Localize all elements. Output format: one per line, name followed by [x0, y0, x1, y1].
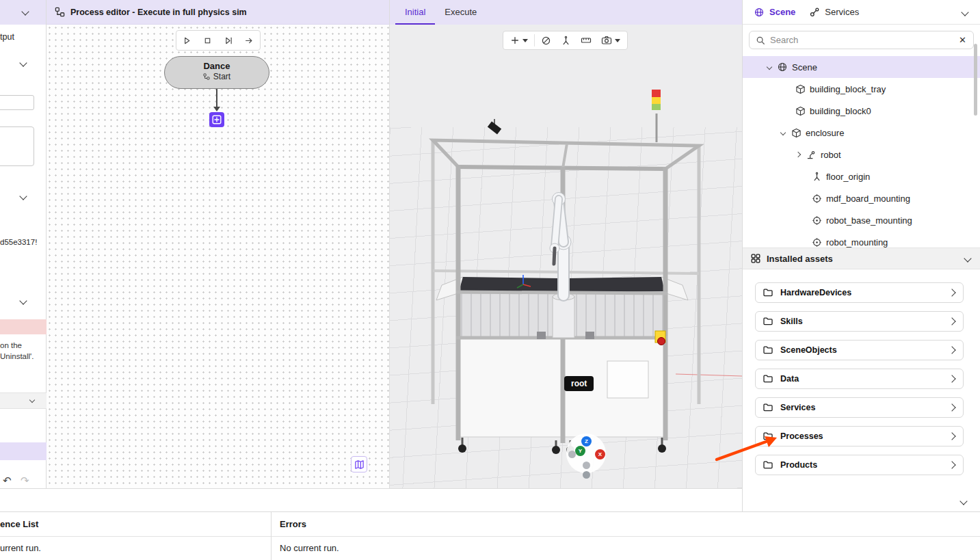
installed-assets-header[interactable]: Installed assets — [743, 248, 980, 269]
undo-button[interactable]: ↶ — [3, 475, 12, 487]
note-text: on the — [0, 341, 22, 349]
camera-view-button[interactable] — [596, 32, 625, 49]
tree-item-robot-base-mounting[interactable]: robot_base_mounting — [743, 209, 980, 231]
gizmo-axis-dot[interactable] — [583, 462, 590, 469]
caret-down-icon[interactable] — [780, 130, 786, 135]
folder-icon — [763, 402, 773, 413]
chevron-down-icon[interactable] — [19, 297, 27, 304]
caret-down-icon[interactable] — [767, 64, 772, 70]
slash-circle-icon — [541, 36, 551, 46]
tab-initial[interactable]: Initial — [395, 0, 435, 25]
root-tooltip: root — [564, 376, 594, 391]
chevron-right-icon — [948, 375, 955, 382]
chevron-down-icon — [615, 39, 620, 42]
minimap-button[interactable] — [351, 456, 367, 472]
sequence-list-title: ence List — [0, 512, 271, 537]
asset-card-products[interactable]: Products — [755, 455, 964, 475]
asset-card-hardwaredevices[interactable]: HardwareDevices — [755, 282, 964, 303]
chevron-right-icon — [948, 403, 955, 411]
chevron-down-icon[interactable] — [964, 254, 971, 262]
folder-icon — [763, 287, 773, 298]
chevron-right-icon — [948, 317, 955, 325]
gizmo-axis-dot[interactable] — [583, 471, 590, 479]
asset-card-data[interactable]: Data — [755, 369, 964, 389]
viewport-3d-canvas[interactable]: root Z Y X — [390, 25, 742, 488]
caret-right-icon[interactable] — [795, 152, 801, 157]
tree-item-scene[interactable]: Scene — [743, 56, 980, 78]
stop-button[interactable] — [198, 31, 217, 49]
sequence-list-status: urrent run. — [0, 537, 271, 553]
cube-icon — [795, 105, 806, 116]
connector-arrowhead — [213, 107, 220, 111]
frame-tool-button[interactable] — [556, 32, 576, 49]
search-input[interactable] — [770, 35, 952, 45]
note-text: Uninstall'. — [0, 352, 34, 360]
gizmo-z-axis[interactable]: Z — [581, 436, 592, 446]
asset-card-sceneobjects[interactable]: SceneObjects — [755, 340, 964, 360]
process-icon — [203, 73, 210, 80]
tree-item-building-block0[interactable]: building_block0 — [743, 100, 980, 122]
add-node-button[interactable] — [209, 112, 224, 127]
add-node-icon — [211, 114, 222, 125]
redo-button[interactable]: ↷ — [21, 475, 29, 487]
add-object-button[interactable] — [505, 32, 533, 49]
sequence-list-section: ence List urrent run. — [0, 512, 272, 560]
stop-icon — [203, 36, 212, 45]
tab-scene[interactable]: Scene — [754, 7, 795, 18]
chevron-down-icon[interactable] — [21, 8, 29, 15]
tab-services[interactable]: Services — [809, 7, 859, 18]
skip-button[interactable] — [240, 31, 259, 49]
robot-arm[interactable] — [550, 193, 574, 338]
tab-execute[interactable]: Execute — [435, 0, 486, 25]
transform-gizmo[interactable]: Z Y X — [565, 432, 609, 487]
process-editor-canvas[interactable]: Dance Start — [47, 25, 389, 488]
origin-icon — [811, 171, 822, 182]
map-icon — [354, 459, 365, 470]
folder-icon — [763, 373, 773, 384]
gizmo-x-axis[interactable]: X — [595, 449, 605, 459]
section-header[interactable] — [0, 392, 47, 409]
text-field[interactable] — [0, 95, 34, 110]
chevron-down-icon[interactable] — [19, 192, 27, 200]
scrollbar-thumb[interactable] — [974, 44, 977, 116]
tree-item-floor-origin[interactable]: floor_origin — [743, 165, 980, 187]
asset-card-skills[interactable]: Skills — [755, 311, 964, 332]
errors-title: Errors — [272, 512, 980, 537]
services-icon — [809, 7, 820, 18]
id-text-fragment: d55e3317! — [0, 238, 37, 246]
gizmo-axis-dot[interactable] — [568, 451, 576, 458]
tree-item-enclosure[interactable]: enclosure — [743, 122, 980, 144]
node-title: Dance — [165, 61, 269, 71]
chevron-down-icon[interactable] — [19, 59, 27, 66]
tree-item-label: building_block0 — [810, 106, 871, 116]
collapse-panel-chevron[interactable] — [961, 8, 968, 16]
scene-panel: Scene Services ✕ Scene building_block_tr… — [742, 0, 980, 511]
step-forward-button[interactable] — [219, 31, 238, 49]
tree-item-robot-mounting[interactable]: robot_mounting — [743, 231, 980, 248]
clear-search-button[interactable]: ✕ — [952, 35, 973, 45]
mounting-icon — [811, 237, 822, 248]
error-list-item[interactable] — [0, 319, 47, 334]
folder-icon — [763, 431, 773, 442]
chevron-down-icon[interactable] — [29, 397, 35, 403]
asset-card-processes[interactable]: Processes — [755, 426, 964, 446]
chevron-right-icon — [948, 432, 955, 440]
play-button[interactable] — [177, 31, 196, 49]
process-node-dance[interactable]: Dance Start — [164, 56, 269, 89]
signal-tower — [652, 90, 661, 142]
gizmo-y-axis[interactable]: Y — [575, 446, 585, 456]
search-icon — [756, 36, 765, 45]
asset-card-label: Skills — [780, 317, 803, 326]
measure-tool-button[interactable] — [576, 32, 596, 49]
viewport-panel: Initial Execute — [390, 0, 742, 488]
selected-list-item[interactable] — [0, 442, 47, 460]
errors-section: Errors No current run. — [272, 512, 980, 560]
errors-status: No current run. — [272, 537, 980, 553]
disable-collision-button[interactable] — [536, 32, 556, 49]
tree-item-building-block-tray[interactable]: building_block_tray — [743, 78, 980, 100]
asset-card-services[interactable]: Services — [755, 397, 964, 418]
viewport-tab-bar: Initial Execute — [390, 0, 742, 25]
text-area[interactable] — [0, 126, 34, 166]
tree-item-robot[interactable]: robot — [743, 144, 980, 165]
tree-item-mdf-board-mounting[interactable]: mdf_board_mounting — [743, 187, 980, 209]
